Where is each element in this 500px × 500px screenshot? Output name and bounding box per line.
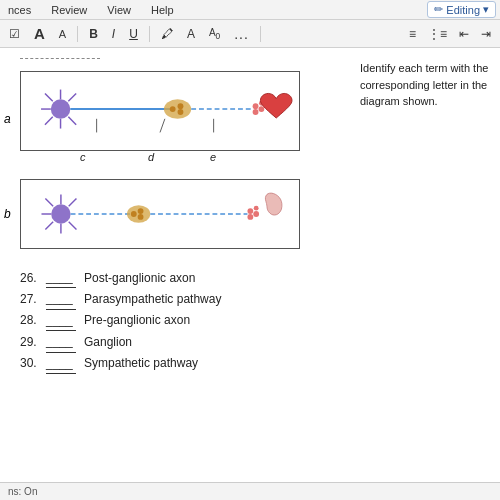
bold-btn[interactable]: B	[84, 25, 103, 43]
item-27-text: Parasympathetic pathway	[84, 289, 221, 309]
label-e: e	[210, 151, 216, 163]
list-item-30: 30. ____ Sympathetic pathway	[20, 353, 350, 374]
svg-line-24	[69, 198, 77, 206]
diagram-a-wrapper: a	[20, 71, 350, 167]
svg-point-33	[138, 214, 144, 220]
svg-line-25	[45, 222, 53, 230]
svg-point-32	[138, 208, 144, 214]
item-28-text: Pre-ganglionic axon	[84, 310, 190, 330]
italic-btn[interactable]: I	[107, 25, 120, 43]
diagram-box-a	[20, 71, 300, 151]
item-27-num: 27.	[20, 289, 42, 309]
label-a: a	[4, 112, 11, 126]
editing-label: Editing	[446, 4, 480, 16]
font-color2-btn[interactable]: A0	[204, 25, 225, 43]
divider-1	[77, 26, 78, 42]
checkbox-btn[interactable]: ☑	[4, 25, 25, 43]
item-28-num: 28.	[20, 310, 42, 330]
indent-btn-1[interactable]: ⇤	[454, 25, 474, 43]
item-29-num: 29.	[20, 332, 42, 352]
svg-point-31	[131, 211, 137, 217]
font-smaller-btn[interactable]: A	[54, 26, 71, 42]
dotted-separator	[20, 58, 100, 59]
item-26-text: Post-ganglionic axon	[84, 268, 195, 288]
references-menu[interactable]: nces	[4, 2, 35, 18]
svg-point-30	[127, 205, 150, 222]
list-btn-2[interactable]: ⋮≡	[423, 25, 452, 43]
list-item-26: 26. ____ Post-ganglionic axon	[20, 267, 350, 288]
font-color-btn[interactable]: A	[182, 25, 200, 43]
status-text: ns: On	[8, 486, 37, 497]
indent-btn-2[interactable]: ⇥	[476, 25, 496, 43]
svg-point-15	[258, 106, 264, 112]
diagram-b-wrapper: b	[20, 179, 350, 249]
label-b: b	[4, 207, 11, 221]
diagram-box-b	[20, 179, 300, 249]
list-item-27: 27. ____ Parasympathetic pathway	[20, 288, 350, 309]
svg-line-27	[69, 222, 77, 230]
list-btn-1[interactable]: ≡	[404, 25, 421, 43]
right-info-box: Identify each term with the correspondin…	[360, 58, 490, 374]
item-30-num: 30.	[20, 353, 42, 373]
numbered-list: 26. ____ Post-ganglionic axon 27. ____ P…	[20, 267, 350, 374]
more-btn[interactable]: ...	[229, 24, 254, 44]
item-26-num: 26.	[20, 268, 42, 288]
svg-point-12	[178, 109, 184, 115]
font-larger-btn[interactable]: A	[29, 23, 50, 44]
svg-point-16	[253, 109, 259, 115]
divider-2	[149, 26, 150, 42]
svg-point-14	[253, 103, 259, 109]
top-bar: nces Review View Help ✏ Editing ▾	[0, 0, 500, 20]
left-content: a	[20, 58, 350, 374]
pencil-icon: ✏	[434, 3, 443, 16]
svg-point-37	[247, 214, 253, 220]
svg-point-35	[247, 208, 253, 214]
item-26-blank: ____	[46, 267, 76, 288]
page-area: a	[0, 48, 500, 384]
svg-line-3	[68, 93, 76, 101]
svg-point-0	[51, 99, 71, 119]
view-menu[interactable]: View	[103, 2, 135, 18]
item-28-blank: ____	[46, 310, 76, 331]
diagram-container: a	[20, 71, 350, 249]
editing-dropdown-icon: ▾	[483, 3, 489, 16]
svg-line-6	[68, 117, 76, 125]
label-c: c	[80, 151, 86, 163]
diagram-svg-a	[21, 72, 299, 150]
item-30-text: Sympathetic pathway	[84, 353, 198, 373]
item-30-blank: ____	[46, 353, 76, 374]
review-menu[interactable]: Review	[47, 2, 91, 18]
svg-point-38	[254, 206, 259, 211]
list-item-28: 28. ____ Pre-ganglionic axon	[20, 310, 350, 331]
item-29-blank: ____	[46, 331, 76, 352]
svg-point-36	[253, 211, 259, 217]
label-d: d	[148, 151, 154, 163]
status-bar: ns: On	[0, 482, 500, 500]
item-29-text: Ganglion	[84, 332, 132, 352]
highlight-btn[interactable]: 🖍	[156, 25, 178, 43]
list-buttons: ≡ ⋮≡ ⇤ ⇥	[404, 25, 496, 43]
svg-line-22	[45, 198, 53, 206]
item-27-blank: ____	[46, 288, 76, 309]
underline-btn[interactable]: U	[124, 25, 143, 43]
help-menu[interactable]: Help	[147, 2, 178, 18]
svg-point-9	[164, 99, 191, 119]
svg-point-21	[51, 204, 70, 223]
svg-line-19	[160, 119, 165, 133]
svg-line-1	[45, 93, 53, 101]
svg-point-11	[178, 103, 184, 109]
editing-badge[interactable]: ✏ Editing ▾	[427, 1, 496, 18]
svg-point-10	[170, 106, 176, 112]
right-info-text: Identify each term with the correspondin…	[360, 62, 488, 107]
diagram-labels: c d e	[20, 151, 300, 167]
diagram-svg-b	[21, 180, 299, 248]
list-item-29: 29. ____ Ganglion	[20, 331, 350, 352]
svg-line-4	[45, 117, 53, 125]
format-bar: ☑ A A B I U 🖍 A A0 ... ≡ ⋮≡ ⇤ ⇥	[0, 20, 500, 48]
divider-3	[260, 26, 261, 42]
